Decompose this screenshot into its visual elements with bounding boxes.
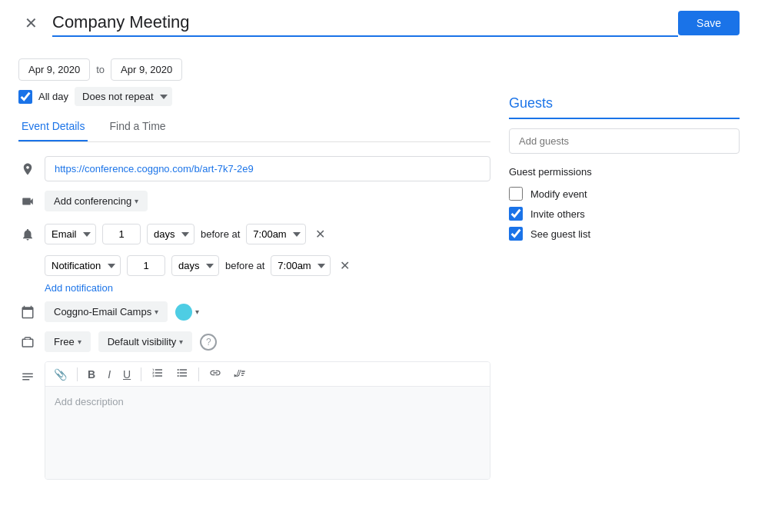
location-url-input[interactable]: [45, 156, 490, 181]
bell-icon: [18, 225, 37, 244]
location-icon: [18, 160, 37, 178]
notification-2-number-input[interactable]: [127, 255, 165, 276]
invite-others-checkbox[interactable]: [509, 207, 523, 221]
permission-row-see-guests: See guest list: [509, 224, 740, 244]
tab-event-details[interactable]: Event Details: [18, 112, 88, 141]
save-button[interactable]: Save: [678, 11, 740, 35]
notification-row-2: Notification days before at 7:00am ✕: [18, 252, 490, 279]
event-title-input[interactable]: [52, 9, 678, 37]
modify-event-label: Modify event: [530, 188, 587, 200]
notification-1-number-input[interactable]: [102, 224, 141, 244]
notification-1-before-text: before at: [201, 228, 240, 240]
notification-1-unit-select[interactable]: days: [147, 224, 194, 244]
calendar-color-circle: [175, 304, 192, 321]
description-toolbar: 📎 B I U: [45, 362, 490, 387]
repeat-select[interactable]: Does not repeat: [75, 87, 172, 106]
video-icon: [18, 192, 37, 211]
add-notification-link[interactable]: Add notification: [18, 279, 490, 297]
status-row: Free ▾ Default visibility ▾ ?: [18, 327, 490, 357]
see-guest-list-checkbox[interactable]: [509, 227, 523, 241]
conferencing-chevron-icon: ▾: [135, 197, 138, 205]
close-button[interactable]: ✕: [18, 11, 43, 35]
calendar-row: Coggno-Email Camps ▾ ▾: [18, 297, 490, 327]
notification-row-1: Email days before at 7:00am ✕: [18, 216, 490, 252]
notification-2-time-select[interactable]: 7:00am: [271, 255, 331, 276]
right-panel: Guests Guest permissions Modify event In…: [509, 49, 740, 484]
color-chevron-icon: ▾: [195, 308, 199, 316]
permission-row-modify: Modify event: [509, 184, 740, 204]
see-guest-list-label: See guest list: [530, 228, 590, 240]
attachment-button[interactable]: 📎: [48, 365, 72, 384]
italic-icon: I: [108, 368, 111, 381]
description-icon: [18, 367, 37, 386]
guests-section: Guests Guest permissions Modify event In…: [509, 49, 740, 244]
unordered-list-button[interactable]: [171, 364, 194, 384]
notification-2-type-select[interactable]: Notification: [45, 255, 121, 276]
notification-2-remove-button[interactable]: ✕: [337, 257, 353, 274]
link-button[interactable]: [204, 364, 227, 384]
end-date-button[interactable]: Apr 9, 2020: [111, 58, 182, 81]
main-container: Apr 9, 2020 to Apr 9, 2020 All day Does …: [0, 37, 758, 497]
notification-2-unit-select[interactable]: days: [171, 255, 219, 276]
free-chevron-icon: ▾: [78, 337, 81, 346]
invite-others-label: Invite others: [530, 208, 585, 220]
left-panel: Apr 9, 2020 to Apr 9, 2020 All day Does …: [18, 49, 490, 484]
calendar-name-label: Coggno-Email Camps: [54, 306, 151, 318]
calendar-icon: [18, 303, 37, 321]
description-text-area[interactable]: Add description: [45, 387, 490, 479]
allday-label: All day: [38, 91, 68, 102]
underline-icon: U: [123, 368, 131, 381]
header: ✕ Save: [0, 0, 758, 37]
free-status-label: Free: [54, 336, 75, 347]
notification-1-time-select[interactable]: 7:00am: [246, 224, 306, 244]
notification-1-controls: Email days before at 7:00am ✕: [45, 221, 328, 248]
bold-button[interactable]: B: [82, 365, 101, 384]
notification-1-remove-button[interactable]: ✕: [312, 225, 328, 243]
header-left: ✕: [18, 9, 678, 37]
notification-1-type-select[interactable]: Email: [45, 224, 96, 244]
description-placeholder: Add description: [55, 396, 124, 407]
toolbar-divider-1: [77, 367, 78, 381]
add-conferencing-button[interactable]: Add conferencing ▾: [45, 191, 148, 211]
ordered-list-button[interactable]: [146, 364, 169, 384]
allday-row: All day Does not repeat: [18, 84, 490, 112]
visibility-label: Default visibility: [108, 336, 177, 347]
close-icon: ✕: [25, 14, 38, 32]
briefcase-icon: [18, 333, 37, 351]
help-icon[interactable]: ?: [200, 334, 217, 351]
allday-checkbox[interactable]: [18, 90, 32, 104]
add-guests-input[interactable]: [509, 128, 740, 154]
tabs: Event Details Find a Time: [18, 112, 490, 142]
guest-permissions-title: Guest permissions: [509, 166, 740, 178]
bold-icon: B: [88, 368, 95, 381]
visibility-chevron-icon: ▾: [179, 337, 183, 346]
remove-formatting-button[interactable]: [228, 364, 251, 384]
conferencing-row: Add conferencing ▾: [18, 186, 490, 216]
start-date-button[interactable]: Apr 9, 2020: [18, 58, 90, 81]
notification-2-before-text: before at: [225, 260, 264, 271]
description-section: 📎 B I U: [18, 357, 490, 484]
guests-title: Guests: [509, 95, 740, 119]
description-wrapper: 📎 B I U: [45, 361, 490, 480]
add-conferencing-label: Add conferencing: [54, 195, 131, 207]
underline-button[interactable]: U: [118, 365, 136, 384]
toolbar-divider-3: [198, 367, 199, 381]
location-row: [18, 151, 490, 186]
toolbar-divider-2: [141, 367, 141, 381]
free-status-button[interactable]: Free ▾: [45, 331, 91, 352]
permission-row-invite: Invite others: [509, 204, 740, 224]
calendar-chevron-icon: ▾: [155, 308, 158, 316]
tab-find-a-time[interactable]: Find a Time: [106, 112, 168, 141]
modify-event-checkbox[interactable]: [509, 187, 523, 201]
visibility-button[interactable]: Default visibility ▾: [98, 331, 193, 352]
date-to-label: to: [96, 64, 105, 75]
italic-button[interactable]: I: [102, 365, 116, 384]
calendar-name-button[interactable]: Coggno-Email Camps ▾: [45, 301, 168, 322]
date-row: Apr 9, 2020 to Apr 9, 2020: [18, 49, 490, 84]
